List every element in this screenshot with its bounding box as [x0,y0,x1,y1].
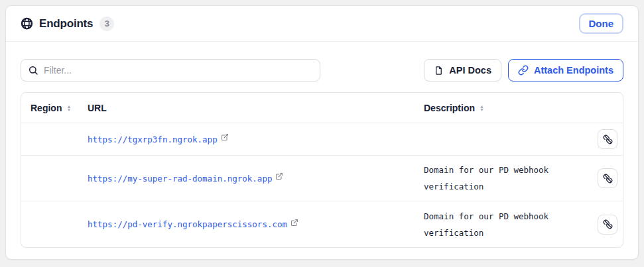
column-label: Description [424,103,475,113]
column-label: URL [88,103,107,113]
description-cell: Domain for our PD webhook verification [424,162,592,195]
table-row: https://my-super-rad-domain.ngrok.app Do… [21,156,623,201]
attach-endpoints-label: Attach Endpoints [534,65,613,76]
column-header-description[interactable]: Description ▲▼ [424,103,592,113]
external-link-icon [221,133,229,141]
column-label: Region [31,103,62,113]
external-link-icon [290,219,298,227]
file-icon [434,66,444,76]
endpoint-url-link[interactable]: https://my-super-rad-domain.ngrok.app [88,174,272,184]
panel-header: Endpoints 3 Done [6,6,638,42]
column-header-url[interactable]: URL [88,103,424,113]
column-header-region[interactable]: Region ▲▼ [21,103,88,113]
unlink-button[interactable] [598,168,617,188]
table-header-row: Region ▲▼ URL Description ▲▼ [21,93,623,123]
action-cell [592,215,623,235]
table-row: https://tgxrp3fn.ngrok.app [21,123,623,156]
description-cell: Domain for our PD webhook verification [424,208,592,241]
unlink-icon [603,134,613,144]
link-icon [518,65,529,76]
endpoint-url-link[interactable]: https://pd-verify.ngrokpaperscissors.com [88,219,287,229]
search-icon [28,65,38,76]
unlink-button[interactable] [598,129,617,149]
sort-icon: ▲▼ [480,105,484,111]
toolbar: API Docs Attach Endpoints [6,42,638,81]
attach-endpoints-button[interactable]: Attach Endpoints [508,59,623,81]
globe-icon [21,17,33,30]
endpoints-table: Region ▲▼ URL Description ▲▼ https://tgx… [21,92,623,248]
url-cell: https://my-super-rad-domain.ngrok.app [88,174,424,184]
unlink-icon [603,219,613,229]
unlink-button[interactable] [598,215,617,235]
action-cell [592,129,623,149]
sort-icon: ▲▼ [66,105,71,111]
external-link-icon [275,172,283,180]
api-docs-button[interactable]: API Docs [424,59,501,81]
api-docs-label: API Docs [449,65,491,76]
endpoint-count-badge: 3 [99,17,114,31]
url-cell: https://tgxrp3fn.ngrok.app [88,134,424,144]
url-cell: https://pd-verify.ngrokpaperscissors.com [88,219,424,229]
action-cell [592,168,623,188]
done-button[interactable]: Done [579,13,624,34]
unlink-icon [603,174,613,184]
filter-input[interactable] [21,59,320,81]
endpoint-url-link[interactable]: https://tgxrp3fn.ngrok.app [88,134,218,144]
endpoints-panel: Endpoints 3 Done API Docs [5,5,639,260]
page-title: Endpoints [39,17,93,30]
filter-field-wrap [21,59,320,81]
toolbar-actions: API Docs Attach Endpoints [424,59,623,81]
table-row: https://pd-verify.ngrokpaperscissors.com… [21,201,623,247]
